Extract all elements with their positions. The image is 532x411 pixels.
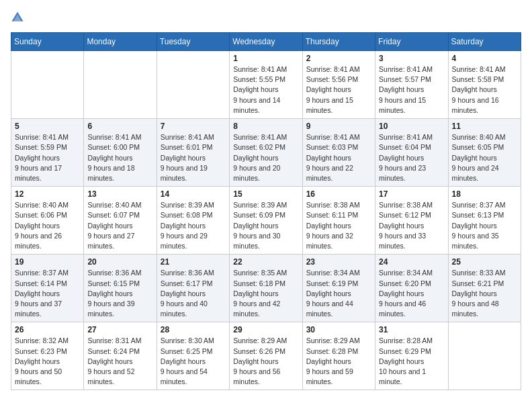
day-info: Sunrise: 8:36 AMSunset: 6:15 PMDaylight … (87, 268, 152, 319)
calendar-cell: 12Sunrise: 8:40 AMSunset: 6:06 PMDayligh… (11, 187, 84, 255)
calendar-cell (11, 51, 84, 119)
calendar-cell: 29Sunrise: 8:29 AMSunset: 6:26 PMDayligh… (230, 322, 302, 390)
day-info: Sunrise: 8:34 AMSunset: 6:20 PMDaylight … (379, 268, 444, 319)
calendar-cell: 21Sunrise: 8:36 AMSunset: 6:17 PMDayligh… (157, 255, 229, 322)
day-info: Sunrise: 8:40 AMSunset: 6:05 PMDaylight … (452, 132, 517, 183)
day-number: 15 (233, 189, 298, 199)
day-number: 6 (87, 122, 152, 131)
calendar-week-row: 1Sunrise: 8:41 AMSunset: 5:55 PMDaylight… (11, 51, 521, 119)
calendar-cell: 8Sunrise: 8:41 AMSunset: 6:02 PMDaylight… (230, 119, 302, 187)
calendar-body: 1Sunrise: 8:41 AMSunset: 5:55 PMDaylight… (11, 51, 521, 390)
calendar-cell (157, 51, 229, 119)
day-info: Sunrise: 8:40 AMSunset: 6:06 PMDaylight … (15, 200, 80, 251)
calendar-cell: 18Sunrise: 8:37 AMSunset: 6:13 PMDayligh… (448, 187, 521, 255)
day-number: 19 (15, 257, 80, 267)
calendar-cell: 24Sunrise: 8:34 AMSunset: 6:20 PMDayligh… (375, 255, 448, 322)
calendar-week-row: 5Sunrise: 8:41 AMSunset: 5:59 PMDaylight… (11, 119, 521, 187)
calendar-cell (448, 322, 521, 390)
calendar-cell: 31Sunrise: 8:28 AMSunset: 6:29 PMDayligh… (375, 322, 448, 390)
day-number: 30 (306, 325, 371, 334)
calendar-cell: 2Sunrise: 8:41 AMSunset: 5:56 PMDaylight… (302, 51, 375, 119)
day-info: Sunrise: 8:41 AMSunset: 5:56 PMDaylight … (306, 64, 371, 116)
calendar-cell: 7Sunrise: 8:41 AMSunset: 6:01 PMDaylight… (157, 119, 229, 187)
day-number: 4 (452, 54, 517, 63)
calendar-cell: 13Sunrise: 8:40 AMSunset: 6:07 PMDayligh… (84, 187, 157, 255)
day-info: Sunrise: 8:29 AMSunset: 6:28 PMDaylight … (306, 336, 371, 387)
calendar-week-row: 19Sunrise: 8:37 AMSunset: 6:14 PMDayligh… (11, 255, 521, 322)
weekday-header: Monday (84, 33, 157, 51)
calendar-cell: 14Sunrise: 8:39 AMSunset: 6:08 PMDayligh… (157, 187, 229, 255)
day-number: 9 (306, 122, 371, 131)
day-number: 28 (161, 325, 226, 334)
logo-icon (11, 11, 24, 24)
day-number: 16 (306, 189, 371, 199)
day-info: Sunrise: 8:32 AMSunset: 6:23 PMDaylight … (15, 336, 80, 387)
calendar-cell: 30Sunrise: 8:29 AMSunset: 6:28 PMDayligh… (302, 322, 375, 390)
day-info: Sunrise: 8:41 AMSunset: 6:00 PMDaylight … (87, 132, 152, 183)
day-info: Sunrise: 8:40 AMSunset: 6:07 PMDaylight … (87, 200, 152, 251)
day-info: Sunrise: 8:37 AMSunset: 6:13 PMDaylight … (452, 200, 517, 251)
calendar-cell: 27Sunrise: 8:31 AMSunset: 6:24 PMDayligh… (84, 322, 157, 390)
day-number: 21 (161, 257, 226, 267)
calendar-table: SundayMondayTuesdayWednesdayThursdayFrid… (11, 32, 521, 390)
day-number: 13 (87, 189, 152, 199)
calendar-cell: 28Sunrise: 8:30 AMSunset: 6:25 PMDayligh… (157, 322, 229, 390)
day-info: Sunrise: 8:28 AMSunset: 6:29 PMDaylight … (379, 336, 444, 387)
calendar-cell: 1Sunrise: 8:41 AMSunset: 5:55 PMDaylight… (230, 51, 302, 119)
day-info: Sunrise: 8:38 AMSunset: 6:11 PMDaylight … (306, 200, 371, 251)
day-number: 10 (379, 122, 444, 131)
calendar-cell: 23Sunrise: 8:34 AMSunset: 6:19 PMDayligh… (302, 255, 375, 322)
day-info: Sunrise: 8:41 AMSunset: 6:04 PMDaylight … (379, 132, 444, 183)
day-info: Sunrise: 8:41 AMSunset: 5:55 PMDaylight … (233, 64, 298, 116)
calendar-cell: 22Sunrise: 8:35 AMSunset: 6:18 PMDayligh… (230, 255, 302, 322)
logo (11, 11, 27, 24)
day-info: Sunrise: 8:41 AMSunset: 5:58 PMDaylight … (452, 64, 517, 116)
day-info: Sunrise: 8:39 AMSunset: 6:08 PMDaylight … (161, 200, 226, 251)
weekday-header: Saturday (448, 33, 521, 51)
day-number: 27 (87, 325, 152, 334)
day-number: 18 (452, 189, 517, 199)
day-number: 29 (233, 325, 298, 334)
weekday-header: Tuesday (157, 33, 229, 51)
weekday-header-row: SundayMondayTuesdayWednesdayThursdayFrid… (11, 33, 521, 51)
day-number: 7 (161, 122, 226, 131)
calendar-week-row: 26Sunrise: 8:32 AMSunset: 6:23 PMDayligh… (11, 322, 521, 390)
weekday-header: Friday (375, 33, 448, 51)
day-number: 26 (15, 325, 80, 334)
day-number: 25 (452, 257, 517, 267)
day-info: Sunrise: 8:36 AMSunset: 6:17 PMDaylight … (161, 268, 226, 319)
day-info: Sunrise: 8:39 AMSunset: 6:09 PMDaylight … (233, 200, 298, 251)
day-info: Sunrise: 8:38 AMSunset: 6:12 PMDaylight … (379, 200, 444, 251)
calendar-cell: 10Sunrise: 8:41 AMSunset: 6:04 PMDayligh… (375, 119, 448, 187)
day-info: Sunrise: 8:41 AMSunset: 6:02 PMDaylight … (233, 132, 298, 183)
day-number: 8 (233, 122, 298, 131)
weekday-header: Sunday (11, 33, 84, 51)
day-info: Sunrise: 8:41 AMSunset: 5:57 PMDaylight … (379, 64, 444, 116)
calendar-cell: 9Sunrise: 8:41 AMSunset: 6:03 PMDaylight… (302, 119, 375, 187)
calendar-cell: 15Sunrise: 8:39 AMSunset: 6:09 PMDayligh… (230, 187, 302, 255)
day-number: 23 (306, 257, 371, 267)
day-number: 20 (87, 257, 152, 267)
calendar-cell: 3Sunrise: 8:41 AMSunset: 5:57 PMDaylight… (375, 51, 448, 119)
day-number: 1 (233, 54, 298, 63)
day-number: 2 (306, 54, 371, 63)
day-info: Sunrise: 8:31 AMSunset: 6:24 PMDaylight … (87, 336, 152, 387)
calendar-header: SundayMondayTuesdayWednesdayThursdayFrid… (11, 33, 521, 51)
calendar-cell: 5Sunrise: 8:41 AMSunset: 5:59 PMDaylight… (11, 119, 84, 187)
day-number: 3 (379, 54, 444, 63)
day-info: Sunrise: 8:34 AMSunset: 6:19 PMDaylight … (306, 268, 371, 319)
calendar-cell (84, 51, 157, 119)
day-info: Sunrise: 8:41 AMSunset: 5:59 PMDaylight … (15, 132, 80, 183)
calendar-cell: 17Sunrise: 8:38 AMSunset: 6:12 PMDayligh… (375, 187, 448, 255)
calendar-cell: 16Sunrise: 8:38 AMSunset: 6:11 PMDayligh… (302, 187, 375, 255)
page-header (11, 11, 521, 24)
day-info: Sunrise: 8:30 AMSunset: 6:25 PMDaylight … (161, 336, 226, 387)
day-info: Sunrise: 8:35 AMSunset: 6:18 PMDaylight … (233, 268, 298, 319)
day-number: 5 (15, 122, 80, 131)
day-info: Sunrise: 8:37 AMSunset: 6:14 PMDaylight … (15, 268, 80, 319)
day-number: 14 (161, 189, 226, 199)
calendar-cell: 11Sunrise: 8:40 AMSunset: 6:05 PMDayligh… (448, 119, 521, 187)
day-number: 17 (379, 189, 444, 199)
calendar-cell: 20Sunrise: 8:36 AMSunset: 6:15 PMDayligh… (84, 255, 157, 322)
day-number: 12 (15, 189, 80, 199)
